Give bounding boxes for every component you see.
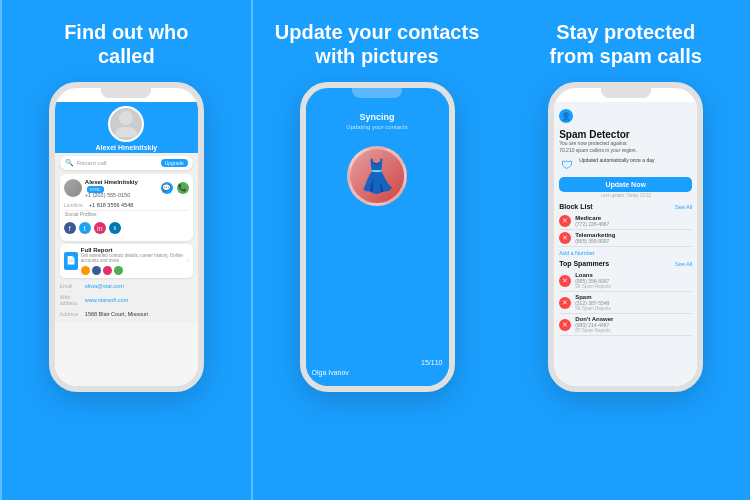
report-logos [81, 266, 183, 275]
email-label: Email [60, 283, 82, 289]
spammer-reports-1: 5K Spam Reports [575, 306, 692, 311]
search-text: Recent call [77, 160, 107, 166]
logo-1 [81, 266, 90, 275]
add-number-link[interactable]: Add a Number [559, 247, 692, 260]
contact-name-text: Alexei Hmelnitskiy [85, 179, 138, 185]
address-row: Address 1568 Blair Court, Missouri [60, 309, 193, 320]
block-x-icon-1: ✕ [559, 232, 571, 244]
shield-row: 🛡 Updated automatically once a day [559, 157, 692, 173]
email-value: olivia@star.com [85, 283, 124, 289]
logo-2 [92, 266, 101, 275]
web-row: Web address www.stareoft.com [60, 292, 193, 309]
contact-info: Alexei Hmelnitskiy SYNC +1 (202) 555-015… [85, 178, 158, 198]
spammer-item-2: ✕ Don't Answer (980) 214-4487 8Y Spam Re… [559, 314, 692, 336]
search-icon: 🔍 [65, 159, 74, 167]
update-button[interactable]: Update Now [559, 177, 692, 192]
dress-figure: 👗 [357, 157, 397, 195]
block-list-header: Block List See All [559, 203, 692, 210]
linkedin-icon[interactable]: li [109, 222, 121, 234]
block-list-title: Block List [559, 203, 592, 210]
contact-card: Alexei Hmelnitskiy SYNC +1 (202) 555-015… [60, 174, 193, 241]
auto-update-text: Updated automatically once a day [579, 157, 654, 164]
spammer-info-2: Don't Answer (980) 214-4487 8Y Spam Repo… [575, 316, 692, 333]
search-bar: 🔍 Recent call Upgrade [60, 156, 193, 170]
chevron-right-icon: › [186, 256, 189, 265]
phone-notch-3 [601, 88, 651, 98]
contact-row: Alexei Hmelnitskiy SYNC +1 (202) 555-015… [64, 178, 189, 198]
spammer-item-0: ✕ Loans (985) 358-8097 3K Spam Reports [559, 270, 692, 292]
contact-avatar [64, 179, 82, 197]
spammer-x-icon-0: ✕ [559, 275, 571, 287]
twitter-icon[interactable]: t [79, 222, 91, 234]
facebook-icon[interactable]: f [64, 222, 76, 234]
contact-content: 🔍 Recent call Upgrade Alexei Hmelnitskiy… [55, 153, 198, 323]
spammer-reports-2: 8Y Spam Reports [575, 328, 692, 333]
avatar [108, 106, 144, 142]
report-text: Full Report Get extended contact details… [81, 247, 183, 275]
instagram-icon[interactable]: in [94, 222, 106, 234]
top-spammers-title: Top Spammers [559, 260, 609, 267]
panel-1: Find out who called Alexei Hmelnitskiy 🔍… [0, 0, 253, 500]
shield-icon: 🛡 [559, 157, 575, 173]
person-head [119, 111, 133, 125]
sync-contact-name: Olga Ivanov [312, 369, 349, 376]
block-item-0: ✕ Medicare (772) 228-4867 [559, 213, 692, 230]
block-info-1: Telemarketing (865) 359-8097 [575, 232, 692, 244]
spammer-info-0: Loans (985) 358-8097 3K Spam Reports [575, 272, 692, 289]
top-spammers-header: Top Spammers See All [559, 260, 692, 267]
panel-2: Update your contacts with pictures Synci… [253, 0, 502, 500]
landline-row: Landline +1 818 3556 4548 [64, 200, 189, 211]
full-report-card: 📄 Full Report Get extended contact detai… [60, 244, 193, 278]
panel-2-title: Update your contacts with pictures [275, 20, 479, 68]
upgrade-button[interactable]: Upgrade [161, 159, 188, 167]
phone-screen-1: Alexei Hmelnitskiy 🔍 Recent call Upgrade… [55, 102, 198, 386]
phone-frame-2: Syncing Updating your contacts 👗 Olga Iv… [300, 82, 455, 392]
report-desc: Get extended contact details, career his… [81, 253, 183, 264]
contact-name: Alexei Hmelnitskiy [95, 144, 157, 151]
phone-notch-2 [352, 88, 402, 98]
panel-3-title: Stay protected from spam calls [550, 20, 702, 68]
phone-frame-3: 👤 Spam Detector You are now protected ag… [548, 82, 703, 392]
sync-title: Syncing [359, 112, 394, 122]
call-action[interactable]: 📞 [177, 182, 189, 194]
logo-4 [114, 266, 123, 275]
block-num-0: (772) 228-4867 [575, 221, 692, 227]
person-body [115, 127, 137, 137]
social-icons-row: f t in li [64, 219, 189, 237]
phone-screen-2: Syncing Updating your contacts 👗 Olga Iv… [306, 102, 449, 386]
address-value: 1568 Blair Court, Missouri [85, 311, 148, 317]
spam-subtitle: You are now protected against 70,210 spa… [559, 140, 692, 153]
spammer-item-1: ✕ Spam (312) 387-5548 5K Spam Reports [559, 292, 692, 314]
block-info-0: Medicare (772) 228-4867 [575, 215, 692, 227]
avatar-figure [110, 108, 142, 140]
panel-3: Stay protected from spam calls 👤 Spam De… [501, 0, 750, 500]
social-label: Social Profiles [64, 211, 189, 217]
panel-1-title: Find out who called [64, 20, 188, 68]
spam-header: 👤 [559, 107, 692, 125]
sync-progress: 15/110 [421, 359, 442, 376]
address-label: Address [60, 311, 82, 317]
spammer-x-icon-2: ✕ [559, 319, 571, 331]
phone-notch-1 [101, 88, 151, 98]
last-update-text: Last update: Today 13:32 [559, 193, 692, 198]
web-value: www.stareoft.com [85, 297, 128, 303]
contact-header: Alexei Hmelnitskiy [55, 102, 198, 153]
email-row: Email olivia@star.com [60, 281, 193, 292]
message-action[interactable]: 💬 [161, 182, 173, 194]
sync-subtitle: Updating your contacts [346, 124, 407, 130]
sync-screen: Syncing Updating your contacts 👗 Olga Iv… [306, 102, 449, 386]
landline-label: Landline [64, 202, 86, 208]
contact-phone: +1 (202) 555-0150 [85, 192, 158, 198]
user-icon: 👤 [559, 109, 573, 123]
report-icon: 📄 [64, 252, 78, 270]
phone-frame-1: Alexei Hmelnitskiy 🔍 Recent call Upgrade… [49, 82, 204, 392]
spammers-see-all[interactable]: See All [675, 261, 692, 267]
block-see-all[interactable]: See All [675, 204, 692, 210]
spammer-reports-0: 3K Spam Reports [575, 284, 692, 289]
phone-screen-3: 👤 Spam Detector You are now protected ag… [554, 102, 697, 386]
block-x-icon-0: ✕ [559, 215, 571, 227]
logo-3 [103, 266, 112, 275]
block-item-1: ✕ Telemarketing (865) 359-8097 [559, 230, 692, 247]
spammer-info-1: Spam (312) 387-5548 5K Spam Reports [575, 294, 692, 311]
contact-full-name: Alexei Hmelnitskiy SYNC [85, 178, 158, 192]
